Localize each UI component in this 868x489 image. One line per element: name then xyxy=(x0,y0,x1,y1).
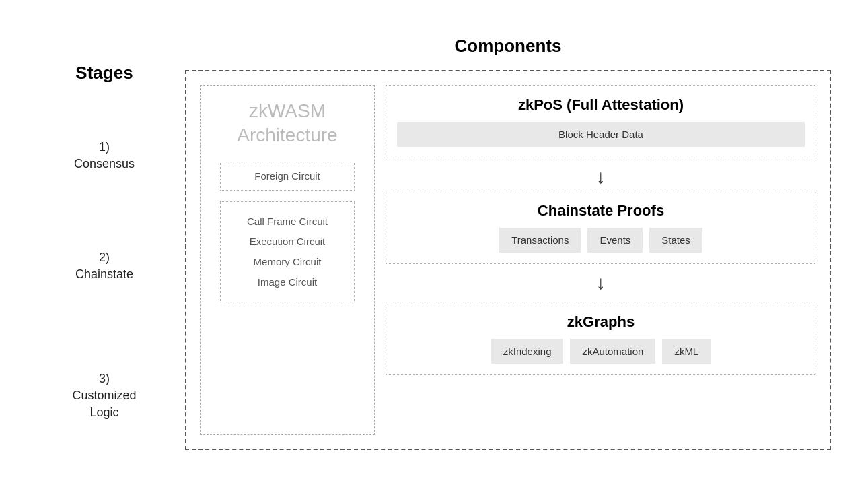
events-box: Events xyxy=(587,228,643,253)
proofs-column: zkPoS (Full Attestation) Block Header Da… xyxy=(386,85,816,435)
stage-items: 1) Consensus 2) Chainstate 3) Customized… xyxy=(30,110,178,461)
foreign-circuit-box: Foreign Circuit xyxy=(220,162,355,191)
zkwasm-panel: zkWASM Architecture Foreign Circuit Call… xyxy=(200,85,375,435)
call-frame-circuit: Call Frame Circuit xyxy=(227,211,347,232)
states-box: States xyxy=(649,228,702,253)
zkindexing-box: zkIndexing xyxy=(491,339,564,364)
stage-consensus: 1) Consensus xyxy=(30,110,178,201)
chainstate-proofs-section: Chainstate Proofs Transactions Events St… xyxy=(386,191,816,264)
transactions-box: Transactions xyxy=(499,228,581,253)
stages-column: Stages 1) Consensus 2) Chainstate 3) Cus… xyxy=(30,36,178,461)
zkml-box: zkML xyxy=(662,339,711,364)
diagram-container: Stages 1) Consensus 2) Chainstate 3) Cus… xyxy=(30,22,838,467)
image-circuit: Image Circuit xyxy=(227,272,347,292)
zkgraphs-items-row: zkIndexing zkAutomation zkML xyxy=(397,339,805,364)
stage-chainstate: 2) Chainstate xyxy=(30,201,178,331)
zkpos-title: zkPoS (Full Attestation) xyxy=(397,96,805,114)
zkautomation-box: zkAutomation xyxy=(570,339,655,364)
outer-dashed-border: zkWASM Architecture Foreign Circuit Call… xyxy=(185,70,831,450)
memory-circuit: Memory Circuit xyxy=(227,252,347,272)
arrow-down-1: ↓ xyxy=(386,164,816,191)
components-area: Components zkWASM Architecture Foreign C… xyxy=(178,36,838,450)
arrow-down-2: ↓ xyxy=(386,269,816,296)
zkpos-section: zkPoS (Full Attestation) Block Header Da… xyxy=(386,85,816,158)
zkgraphs-title: zkGraphs xyxy=(397,313,805,331)
zkwasm-title: zkWASM Architecture xyxy=(237,99,337,148)
chainstate-proofs-title: Chainstate Proofs xyxy=(397,202,805,220)
execution-circuit: Execution Circuit xyxy=(227,232,347,252)
components-header: Components xyxy=(455,36,562,57)
main-circuit-box: Call Frame Circuit Execution Circuit Mem… xyxy=(220,201,355,302)
stage-customized: 3) Customized Logic xyxy=(30,331,178,461)
zkgraphs-section: zkGraphs zkIndexing zkAutomation zkML xyxy=(386,302,816,375)
chainstate-items-row: Transactions Events States xyxy=(397,228,805,253)
block-header-box: Block Header Data xyxy=(397,122,805,147)
stages-header: Stages xyxy=(75,63,133,84)
